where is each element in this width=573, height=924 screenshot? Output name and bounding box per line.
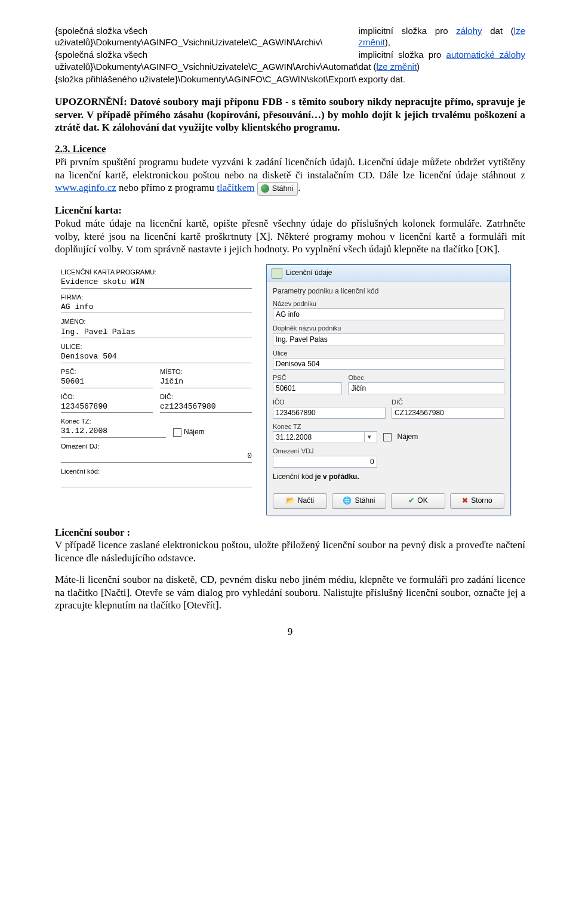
license-card-mock: LICENČNÍ KARTA PROGRAMU: Evidence skotu … (55, 264, 258, 493)
najem-label: Nájem (184, 428, 205, 437)
load-button[interactable]: 📂 Načti (273, 493, 327, 508)
card-misto: Jičín (160, 376, 252, 388)
label: IČO: (61, 393, 153, 401)
card-dic: cz1234567980 (160, 401, 252, 413)
ico-field[interactable] (273, 407, 386, 419)
end-date-combo[interactable]: 31.12.2008 ▼ (273, 431, 377, 443)
card-kod (61, 476, 252, 487)
label: IČO (273, 398, 386, 406)
folder-open-icon: 📂 (286, 496, 295, 505)
label: JMÉNO: (61, 317, 252, 326)
section-text: nebo přímo z programu (116, 182, 217, 193)
path-cell: {společná složka všech uživatelů}\Dokume… (55, 49, 359, 73)
button-label: Stáhni (272, 184, 293, 193)
check-icon: ✔ (408, 496, 414, 505)
najem-checkbox-icon (173, 428, 181, 437)
section-text: . (298, 182, 300, 193)
card-title: LICENČNÍ KARTA PROGRAMU: (61, 268, 252, 276)
link-auto-backups[interactable]: automatické zálohy (446, 50, 525, 60)
path-desc-cell: exporty dat. (359, 73, 525, 86)
button-label: Storno (471, 496, 492, 505)
chevron-down-icon: ▼ (364, 432, 374, 442)
heading-text: Licenční karta: (55, 205, 122, 216)
label: Konec TZ (273, 422, 504, 431)
page-number: 9 (55, 625, 525, 638)
download-button-inline[interactable]: Stáhni (257, 182, 298, 196)
text: ) (417, 61, 420, 72)
text: implicitní složka pro (359, 26, 457, 36)
button-label: Načti (298, 496, 314, 505)
ok-button[interactable]: ✔ OK (391, 493, 445, 508)
path-cell: {složka přihlášeného uživatele}\Dokument… (55, 73, 359, 86)
link-button-word[interactable]: tlačítkem (217, 182, 254, 193)
label: DIČ (392, 398, 504, 406)
license-file-heading: Licenční soubor : (55, 526, 525, 539)
warning-paragraph: UPOZORNĚNÍ: Datové soubory mají příponu … (55, 95, 525, 134)
card-jmeno: Ing. Pavel Palas (61, 327, 252, 339)
najem-checkbox[interactable] (383, 433, 392, 441)
combo-value: 31.12.2008 (276, 432, 312, 442)
link-aginfo[interactable]: www.aginfo.cz (55, 182, 116, 193)
label: MÍSTO: (160, 367, 252, 376)
form-icon (272, 268, 282, 279)
card-konec: 31.12.2008 (61, 426, 166, 438)
license-status: Licenční kód je v pořádku. (273, 472, 504, 481)
button-label: Stáhni (355, 496, 375, 505)
label: PSČ (273, 373, 342, 382)
label: DIČ: (160, 393, 252, 401)
label: Doplněk názvu podniku (273, 324, 504, 332)
paths-table: {společná složka všech uživatelů}\Dokume… (55, 25, 525, 86)
dialog-titlebar: Licenční údaje (267, 265, 510, 282)
group-label: Parametry podniku a licenční kód (273, 287, 504, 296)
path-cell: {společná složka všech uživatelů}\Dokume… (55, 25, 359, 49)
link-backups[interactable]: zálohy (456, 26, 482, 36)
label: FIRMA: (61, 293, 252, 301)
section-heading: 2.3. Licence (55, 143, 106, 154)
link-change[interactable]: lze změnit (377, 61, 417, 72)
company-name-field[interactable] (273, 308, 504, 320)
dic-field[interactable] (392, 407, 504, 419)
close-icon: ✖ (462, 496, 468, 505)
card-ulice: Denisova 504 (61, 351, 252, 363)
download-button[interactable]: 🌐 Stáhni (332, 493, 386, 508)
button-label: OK (417, 496, 427, 505)
text: dat ( (359, 61, 377, 72)
label: Licenční kód: (61, 467, 252, 475)
license-dialog: Licenční údaje Parametry podniku a licen… (266, 264, 511, 515)
dialog-title: Licenční údaje (286, 268, 332, 277)
label: PSČ: (61, 367, 153, 376)
license-card-intro: Pokud máte údaje na licenční kartě, opiš… (55, 217, 525, 256)
text: implicitní složka pro (359, 50, 446, 60)
label: ULICE: (61, 342, 252, 351)
heading-text: Licenční soubor : (55, 527, 130, 538)
section-licence: 2.3. Licence Při prvním spuštění program… (55, 143, 525, 196)
street-field[interactable] (273, 358, 504, 370)
text: dat ( (482, 26, 514, 36)
text: je v pořádku. (315, 472, 359, 481)
text: exporty dat. (359, 74, 405, 84)
warning-heading: UPOZORNĚNÍ: (55, 96, 127, 107)
text: ), (385, 37, 390, 47)
path-desc-cell: implicitní složka pro zálohy dat (lze zm… (359, 25, 525, 49)
license-file-p2: Máte-li licenční soubor na disketě, CD, … (55, 573, 525, 612)
company-supplement-field[interactable] (273, 333, 504, 345)
globe-icon (261, 184, 269, 193)
label: Omezení VDJ (273, 447, 504, 455)
card-ico: 1234567890 (61, 401, 153, 413)
text: Licenční kód (273, 472, 315, 481)
label: Obec (348, 373, 504, 382)
city-field[interactable] (348, 382, 504, 394)
vdj-limit-field[interactable] (273, 456, 377, 468)
license-card-heading: Licenční karta: (55, 204, 525, 217)
globe-icon: 🌐 (343, 496, 352, 505)
label: Konec TZ: (61, 417, 166, 425)
cancel-button[interactable]: ✖ Storno (450, 493, 504, 508)
card-program: Evidence skotu WIN (61, 277, 252, 289)
license-file-p1: V případě licence zaslané elektronickou … (55, 539, 525, 565)
label: Ulice (273, 349, 504, 357)
label: Název podniku (273, 299, 504, 308)
card-psc: 50601 (61, 376, 153, 388)
label: Omezení DJ: (61, 442, 252, 450)
psc-field[interactable] (273, 382, 342, 394)
path-desc-cell: implicitní složka pro automatické zálohy… (359, 49, 525, 73)
